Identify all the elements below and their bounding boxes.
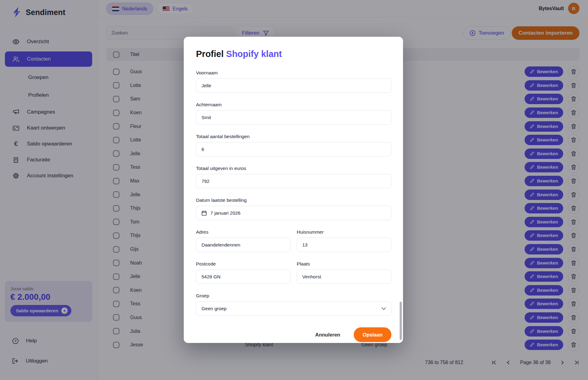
voornaam-input[interactable] [196,78,391,93]
postcode-input[interactable] [196,269,291,284]
calendar-icon [202,210,207,216]
field-huisnummer: Huisnummer [297,229,391,252]
field-adres: Adres [196,229,291,252]
totaal-bestellingen-input[interactable] [196,142,391,156]
modal-scrollbar[interactable] [400,302,402,340]
field-label: Voornaam [196,70,391,76]
field-totaal-uitgegeven: Totaal uitgeven in euros [196,166,391,188]
huisnummer-input[interactable] [297,238,391,252]
plaats-input[interactable] [297,269,391,284]
modal-title: Profiel Shopify klant [196,49,391,59]
groep-select[interactable]: Geen groep [196,301,391,316]
groep-selected-value: Geen groep [202,306,227,311]
field-plaats: Plaats [297,261,391,284]
field-label: Adres [196,229,291,235]
save-button[interactable]: Opslaan [354,327,391,342]
field-label: Totaal aantal bestellingen [196,134,391,139]
field-voornaam: Voornaam [196,70,391,93]
field-groep: Groep Geen groep [196,293,391,316]
date-value: 7 januari 2026 [210,210,240,216]
chevron-down-icon [382,307,386,310]
field-totaal-bestellingen: Totaal aantal bestellingen [196,134,391,156]
field-achternaam: Achternaam [196,102,391,125]
field-label: Achternaam [196,102,391,107]
field-label: Huisnummer [297,229,391,235]
achternaam-input[interactable] [196,110,391,125]
field-datum-laatste-bestelling: Datum laatste bestelling 7 januari 2026 [196,198,391,220]
modal-title-prefix: Profiel [196,49,226,59]
field-label: Postcode [196,261,291,267]
field-label: Totaal uitgeven in euros [196,166,391,171]
totaal-uitgegeven-input[interactable] [196,174,391,188]
date-picker-input[interactable]: 7 januari 2026 [196,206,391,220]
modal-title-highlight: Shopify klant [226,49,282,59]
adres-input[interactable] [196,238,291,252]
field-label: Plaats [297,261,391,267]
profile-modal: Profiel Shopify klant Voornaam Achternaa… [184,37,403,343]
cancel-button[interactable]: Annuleren [315,332,340,338]
field-postcode: Postcode [196,261,291,284]
field-label: Groep [196,293,391,299]
field-label: Datum laatste bestelling [196,198,391,203]
